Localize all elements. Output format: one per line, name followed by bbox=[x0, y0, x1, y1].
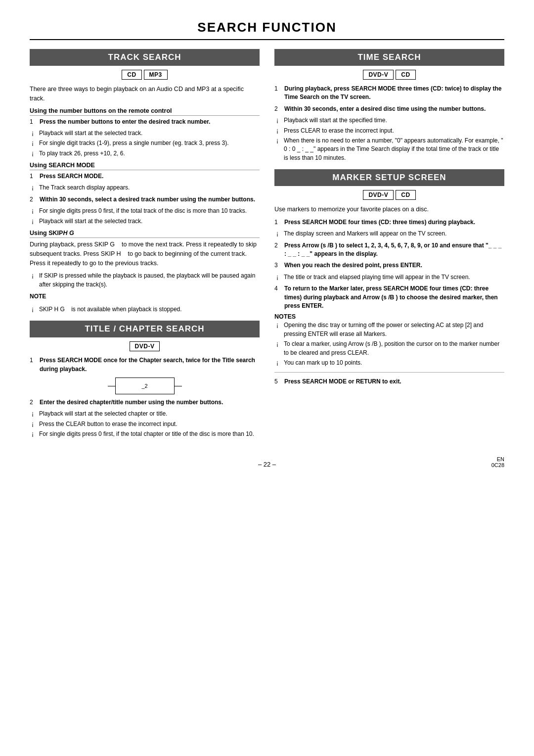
list-item: 1 Press the number buttons to enter the … bbox=[30, 118, 260, 126]
list-item: The title or track and elapsed playing t… bbox=[276, 273, 504, 282]
marker-setup-badges: DVD-V CD bbox=[274, 190, 504, 200]
step-text: To return to the Marker later, press SEA… bbox=[284, 284, 504, 310]
step-text: Press Arrow (s /B ) to select 1, 2, 3, 4… bbox=[284, 241, 504, 259]
display-screen-box: _2 bbox=[115, 378, 175, 394]
list-item: SKIP H G is not available when playback … bbox=[32, 305, 260, 314]
badge-cd: CD bbox=[122, 70, 141, 80]
step-text: Press SEARCH MODE four times (CD: three … bbox=[284, 218, 475, 227]
badge-dvdv: DVD-V bbox=[363, 190, 394, 200]
list-item: To clear a marker, using Arrow (s /B ), … bbox=[276, 340, 504, 357]
step-text: Within 30 seconds, enter a desired disc … bbox=[284, 105, 486, 113]
track-sub1: Using the number buttons on the remote c… bbox=[30, 107, 260, 116]
list-item: Playback will start at the specified tim… bbox=[276, 116, 504, 125]
display-screen-wrap: _2 bbox=[30, 378, 260, 394]
track-bullets2-before: The Track search display appears. bbox=[30, 184, 260, 192]
page-number: – 22 – bbox=[258, 461, 276, 468]
list-item: Press the CLEAR button to erase the inco… bbox=[32, 420, 260, 428]
track-steps2: 1 Press SEARCH MODE. bbox=[30, 172, 260, 181]
page-code: EN 0C28 bbox=[491, 456, 504, 468]
step-text: Within 30 seconds, select a desired trac… bbox=[40, 195, 255, 204]
list-item: 1 Press SEARCH MODE once for the Chapter… bbox=[30, 356, 260, 374]
marker-step4: 4 To return to the Marker later, press S… bbox=[274, 284, 504, 310]
time-search-heading: TIME SEARCH bbox=[274, 49, 504, 66]
title-chapter-section: TITLE / CHAPTER SEARCH DVD-V 1 Press SEA… bbox=[30, 321, 260, 438]
track-bullets1: Playback will start at the selected trac… bbox=[30, 129, 260, 158]
badge-mp3: MP3 bbox=[144, 70, 168, 80]
track-bullets2-after: For single digits press 0 first, if the … bbox=[30, 207, 260, 226]
list-item: 1 Press SEARCH MODE four times (CD: thre… bbox=[274, 218, 504, 227]
title-chapter-badges: DVD-V bbox=[30, 341, 260, 351]
badge-cd: CD bbox=[396, 70, 415, 80]
skip-bullets: If SKIP is pressed while the playback is… bbox=[30, 272, 260, 289]
marker-step2: 2 Press Arrow (s /B ) to select 1, 2, 3,… bbox=[274, 241, 504, 259]
list-item: The Track search display appears. bbox=[32, 184, 260, 192]
track-search-heading: TRACK SEARCH bbox=[30, 49, 260, 66]
time-search-steps2: 2 Within 30 seconds, enter a desired dis… bbox=[274, 105, 504, 113]
list-item: 3 When you reach the desired point, pres… bbox=[274, 261, 504, 270]
screen-line-right bbox=[175, 386, 182, 387]
time-search-bullets: Playback will start at the specified tim… bbox=[274, 116, 504, 162]
track-steps2b: 2 Within 30 seconds, select a desired tr… bbox=[30, 195, 260, 204]
marker-bullet3: The title or track and elapsed playing t… bbox=[274, 273, 504, 282]
title-chapter-steps: 1 Press SEARCH MODE once for the Chapter… bbox=[30, 356, 260, 374]
step-text: When you reach the desired point, press … bbox=[284, 261, 422, 270]
track-steps1: 1 Press the number buttons to enter the … bbox=[30, 118, 260, 126]
track-search-section: TRACK SEARCH CD MP3 There are three ways… bbox=[30, 49, 260, 314]
list-item: For single digit tracks (1-9), press a s… bbox=[32, 139, 260, 147]
marker-notes-bullets: Opening the disc tray or turning off the… bbox=[274, 321, 504, 367]
list-item: 4 To return to the Marker later, press S… bbox=[274, 284, 504, 310]
title-chapter-steps2: 2 Enter the desired chapter/title number… bbox=[30, 398, 260, 407]
marker-step1: 1 Press SEARCH MODE four times (CD: thre… bbox=[274, 218, 504, 227]
step-text: Press SEARCH MODE. bbox=[40, 172, 103, 181]
track-sub3: Using SKIPH G bbox=[30, 230, 260, 238]
step-text: Enter the desired chapter/title number u… bbox=[40, 398, 223, 407]
step-text: During playback, press SEARCH MODE three… bbox=[284, 85, 504, 102]
list-item: The display screen and Markers will appe… bbox=[276, 230, 504, 238]
time-search-badges: DVD-V CD bbox=[274, 70, 504, 80]
list-item: 2 Within 30 seconds, enter a desired dis… bbox=[274, 105, 504, 113]
list-item: If SKIP is pressed while the playback is… bbox=[32, 272, 260, 289]
list-item: 2 Enter the desired chapter/title number… bbox=[30, 398, 260, 407]
list-item: You can mark up to 10 points. bbox=[276, 359, 504, 367]
divider bbox=[274, 372, 504, 373]
notes-label: NOTES bbox=[274, 313, 504, 320]
track-sub2: Using SEARCH MODE bbox=[30, 162, 260, 170]
marker-step3: 3 When you reach the desired point, pres… bbox=[274, 261, 504, 270]
page-title: SEARCH FUNCTION bbox=[30, 20, 504, 40]
list-item: Playback will start at the selected trac… bbox=[32, 129, 260, 138]
title-chapter-heading: TITLE / CHAPTER SEARCH bbox=[30, 321, 260, 337]
badge-dvdv: DVD-V bbox=[130, 341, 160, 351]
skip-para: During playback, press SKIP G to move th… bbox=[30, 240, 260, 268]
list-item: 1 During playback, press SEARCH MODE thr… bbox=[274, 85, 504, 102]
note-bullets: SKIP H G is not available when playback … bbox=[30, 305, 260, 314]
time-search-steps: 1 During playback, press SEARCH MODE thr… bbox=[274, 85, 504, 102]
display-screen-outer: _2 bbox=[108, 378, 182, 394]
list-item: 2 Within 30 seconds, select a desired tr… bbox=[30, 195, 260, 204]
list-item: For single digits press 0 first, if the … bbox=[32, 207, 260, 215]
list-item: 2 Press Arrow (s /B ) to select 1, 2, 3,… bbox=[274, 241, 504, 259]
list-item: 1 Press SEARCH MODE. bbox=[30, 172, 260, 181]
list-item: For single digits press 0 first, if the … bbox=[32, 430, 260, 438]
track-search-badges: CD MP3 bbox=[30, 70, 260, 80]
list-item: To play track 26, press +10, 2, 6. bbox=[32, 149, 260, 158]
list-item: Playback will start at the selected chap… bbox=[32, 410, 260, 418]
marker-setup-heading: MARKER SETUP SCREEN bbox=[274, 169, 504, 186]
badge-dvdv: DVD-V bbox=[363, 70, 394, 80]
screen-line-left bbox=[108, 386, 115, 387]
marker-intro: Use markers to memorize your favorite pl… bbox=[274, 205, 504, 214]
list-item: 5 Press SEARCH MODE or RETURN to exit. bbox=[274, 378, 504, 386]
badge-cd: CD bbox=[396, 190, 415, 200]
track-search-intro: There are three ways to begin playback o… bbox=[30, 85, 260, 103]
note-label-text: NOTE bbox=[30, 292, 260, 301]
screen-content: _2 bbox=[141, 383, 147, 389]
time-search-section: TIME SEARCH DVD-V CD 1 During playback, … bbox=[274, 49, 504, 162]
list-item: When there is no need to enter a number,… bbox=[276, 137, 504, 162]
marker-bullet1: The display screen and Markers will appe… bbox=[274, 230, 504, 238]
list-item: Playback will start at the selected trac… bbox=[32, 217, 260, 226]
marker-step5: 5 Press SEARCH MODE or RETURN to exit. bbox=[274, 378, 504, 386]
list-item: Press CLEAR to erase the incorrect input… bbox=[276, 127, 504, 135]
page-footer: – 22 – EN 0C28 bbox=[30, 461, 504, 468]
step-text: Press SEARCH MODE or RETURN to exit. bbox=[284, 378, 401, 386]
step-text: Press SEARCH MODE once for the Chapter s… bbox=[40, 356, 260, 374]
list-item: Opening the disc tray or turning off the… bbox=[276, 321, 504, 338]
